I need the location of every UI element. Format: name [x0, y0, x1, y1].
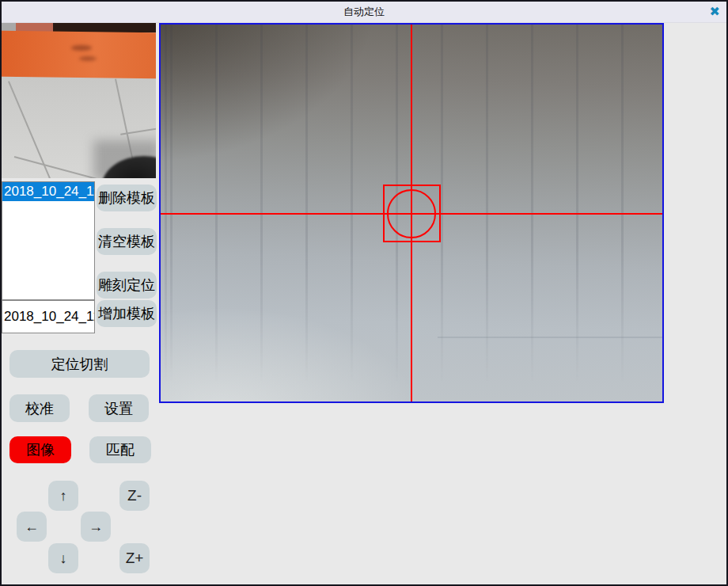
- clear-templates-button[interactable]: 清空模板: [97, 228, 157, 255]
- thumbnail-beam-smudge: [71, 45, 92, 51]
- engrave-locate-button[interactable]: 雕刻定位: [97, 272, 157, 299]
- template-list-item-selected[interactable]: 2018_10_24_11: [2, 182, 94, 201]
- title-bar: 自动定位 ✖: [2, 2, 726, 23]
- settings-button[interactable]: 设置: [89, 394, 149, 422]
- jog-z-minus-button[interactable]: Z-: [119, 481, 150, 511]
- calibrate-button[interactable]: 校准: [9, 394, 70, 422]
- match-button[interactable]: 匹配: [89, 436, 151, 463]
- template-list[interactable]: 2018_10_24_11: [2, 181, 95, 300]
- thumbnail-orange-beam: [2, 31, 156, 78]
- camera-view[interactable]: [159, 23, 664, 403]
- jog-left-button[interactable]: ←: [17, 512, 47, 542]
- add-template-button[interactable]: 增加模板: [97, 300, 157, 327]
- template-thumbnail[interactable]: [2, 23, 156, 178]
- jog-up-button[interactable]: ↑: [48, 481, 78, 511]
- template-name-input[interactable]: [2, 300, 95, 333]
- jog-right-button[interactable]: →: [81, 512, 111, 542]
- window-title: 自动定位: [343, 5, 385, 19]
- jog-z-plus-button[interactable]: Z+: [119, 543, 150, 573]
- image-button-active[interactable]: 图像: [9, 436, 71, 463]
- jog-down-button[interactable]: ↓: [48, 543, 78, 573]
- camera-faint-line: [438, 337, 662, 338]
- thumbnail-beam-smudge: [79, 56, 97, 61]
- auto-locate-window: 自动定位 ✖ 2018_10_24_11 删除模板 清空模板 雕刻定位 增加模板…: [0, 0, 728, 586]
- delete-template-button[interactable]: 删除模板: [97, 185, 157, 211]
- close-icon[interactable]: ✖: [710, 2, 720, 22]
- roi-circle: [387, 189, 436, 238]
- locate-cut-button[interactable]: 定位切割: [9, 350, 150, 378]
